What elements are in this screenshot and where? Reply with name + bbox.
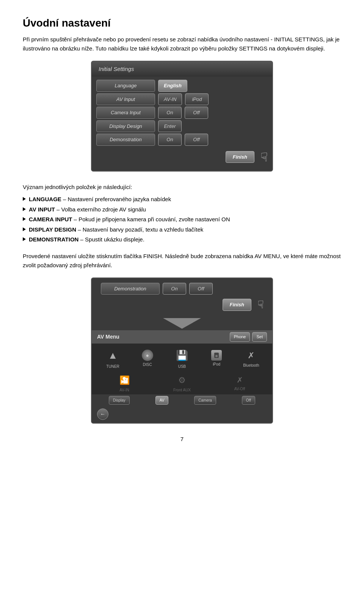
language-term: LANGUAGE – Nastavení preferovaného jazyk… <box>29 195 171 204</box>
svg-point-1 <box>215 355 218 357</box>
disc-icon: ● <box>142 350 153 361</box>
front-aux-icon: ⚙ <box>178 374 186 386</box>
display-enter-btn[interactable]: Enter <box>158 120 182 132</box>
back-button[interactable]: ← <box>97 408 108 420</box>
list-item-language: LANGUAGE – Nastavení preferovaného jazyk… <box>23 195 341 204</box>
av-icons-grid: ▲ TUNER ● DISC 💾 USB iPod ✗ <box>92 344 272 372</box>
bluetooth-icon: ✗ <box>248 349 254 362</box>
av-in-icon: 🎦 <box>119 374 130 386</box>
av-icon-disc[interactable]: ● DISC <box>134 350 161 367</box>
initial-settings-screenshot: Initial Settings Language English AV Inp… <box>23 61 341 172</box>
usb-icon: 💾 <box>176 348 188 363</box>
finish-button-2[interactable]: Finish <box>223 299 251 311</box>
demo-row-2: Demonstration On Off <box>101 283 263 295</box>
settings-title: Initial Settings <box>99 66 134 72</box>
av-menu-label: AV Menu <box>97 333 119 341</box>
av-icon-usb[interactable]: 💾 USB <box>169 348 195 369</box>
demonstration-term: DEMONSTRATION – Spustit ukázku displeje. <box>29 235 144 244</box>
meaning-section: Význam jednotlivých položek je následují… <box>23 183 341 192</box>
av-input-term: AV INPUT – Volba externího zdroje AV sig… <box>29 205 146 214</box>
off-btn[interactable]: Off <box>242 396 255 405</box>
camera-input-term: CAMERA INPUT – Pokud je připojena kamera… <box>29 215 230 224</box>
ipod-btn[interactable]: iPod <box>185 93 209 106</box>
demo-on-btn[interactable]: On <box>158 134 182 146</box>
finish-row-2: Finish ☟ <box>96 296 268 315</box>
av-input-row: AV Input AV-IN iPod <box>96 93 268 106</box>
down-arrow-area <box>92 317 272 329</box>
list-item-av-input: AV INPUT – Volba externího zdroje AV sig… <box>23 205 341 214</box>
av-btn[interactable]: AV <box>155 396 169 405</box>
display-design-label: Display Design <box>96 120 155 132</box>
list-item-camera-input: CAMERA INPUT – Pokud je připojena kamera… <box>23 215 341 224</box>
ipod-label: iPod <box>213 361 220 367</box>
finish-note: Provedené nastavení uložíte stisknutím t… <box>23 252 341 270</box>
av-icon-av-off[interactable]: ✗ AV-Off <box>226 375 253 392</box>
tuner-label: TUNER <box>106 364 119 369</box>
meaning-intro: Význam jednotlivých položek je následují… <box>23 183 341 192</box>
av-menu-set-btn[interactable]: Set <box>252 332 267 342</box>
usb-label: USB <box>178 364 186 369</box>
demo-row-area: Demonstration On Off Finish ☟ <box>92 278 272 317</box>
av-icon-tuner[interactable]: ▲ TUNER <box>100 348 126 369</box>
camera-btn[interactable]: Camera <box>194 396 216 405</box>
hand-pointer-icon-2: ☟ <box>257 297 264 313</box>
av-menu-bar: AV Menu Phone Set <box>92 330 272 344</box>
av-off-label: AV-Off <box>234 386 245 392</box>
finish-area: Finish ☟ <box>96 148 268 166</box>
bullet-icon-camera-input <box>23 217 26 221</box>
language-label: Language <box>96 80 155 92</box>
list-item-demonstration: DEMONSTRATION – Spustit ukázku displeje. <box>23 235 341 244</box>
finish-button[interactable]: Finish <box>226 151 254 163</box>
av-back-row: ← <box>92 407 272 423</box>
disc-label: DISC <box>143 362 152 367</box>
settings-title-bar: Initial Settings <box>92 61 272 77</box>
av-input-label: AV Input <box>96 93 155 106</box>
camera-input-label: Camera Input <box>96 107 155 119</box>
display-btn[interactable]: Display <box>109 396 130 405</box>
ipod-icon <box>211 350 222 361</box>
bullet-icon-demonstration <box>23 237 26 241</box>
bullet-icon-language <box>23 197 26 201</box>
av-bottom-row: Display AV Camera Off <box>92 394 272 407</box>
av-off-icon: ✗ <box>234 375 245 385</box>
av-menu-phone-btn[interactable]: Phone <box>230 332 250 342</box>
demonstration-row: Demonstration On Off <box>96 134 268 146</box>
demonstration-label-2: Demonstration <box>101 283 160 295</box>
bullet-icon-display-design <box>23 227 26 231</box>
bluetooth-label: Bluetooth <box>243 363 259 368</box>
av-in-label: AV-IN <box>119 387 129 393</box>
hand-pointer-icon: ☟ <box>260 148 268 166</box>
demonstration-label: Demonstration <box>96 134 155 146</box>
demo-off-btn-2[interactable]: Off <box>189 283 213 295</box>
meaning-list: LANGUAGE – Nastavení preferovaného jazyk… <box>23 195 341 244</box>
camera-input-row: Camera Input On Off <box>96 107 268 119</box>
page-number: 7 <box>23 435 341 444</box>
display-design-term: DISPLAY DESIGN – Nastavení barvy pozadí,… <box>29 225 203 234</box>
tuner-icon: ▲ <box>108 348 118 363</box>
second-screenshot: Demonstration On Off Finish ☟ AV Menu Ph… <box>23 277 341 424</box>
av-icon-front-aux[interactable]: ⚙ Front AUX <box>169 374 195 393</box>
demo-off-btn[interactable]: Off <box>185 134 208 146</box>
display-design-row: Display Design Enter <box>96 120 268 132</box>
av-menu-screen: Demonstration On Off Finish ☟ AV Menu Ph… <box>91 277 273 424</box>
camera-off-btn[interactable]: Off <box>185 107 208 119</box>
language-row: Language English <box>96 80 268 92</box>
av-icon-ipod[interactable]: iPod <box>203 350 230 367</box>
list-item-display-design: DISPLAY DESIGN – Nastavení barvy pozadí,… <box>23 225 341 234</box>
page-title: Úvodní nastavení <box>23 15 341 31</box>
av-in-btn[interactable]: AV-IN <box>158 93 182 106</box>
language-english-btn[interactable]: English <box>158 80 187 92</box>
demo-on-btn-2[interactable]: On <box>163 283 186 295</box>
av-menu-top-buttons: Phone Set <box>230 332 267 342</box>
av-icons-second-row: 🎦 AV-IN ⚙ Front AUX ✗ AV-Off <box>92 372 272 394</box>
front-aux-label: Front AUX <box>173 387 191 393</box>
camera-on-btn[interactable]: On <box>158 107 182 119</box>
down-arrow-icon <box>163 318 201 329</box>
intro-paragraph: Při prvním spuštění přehrávače nebo po p… <box>23 35 341 53</box>
av-icon-bluetooth[interactable]: ✗ Bluetooth <box>238 349 264 368</box>
settings-screen: Initial Settings Language English AV Inp… <box>91 61 273 172</box>
bullet-icon-av-input <box>23 207 26 211</box>
av-icon-av-in[interactable]: 🎦 AV-IN <box>111 374 138 393</box>
